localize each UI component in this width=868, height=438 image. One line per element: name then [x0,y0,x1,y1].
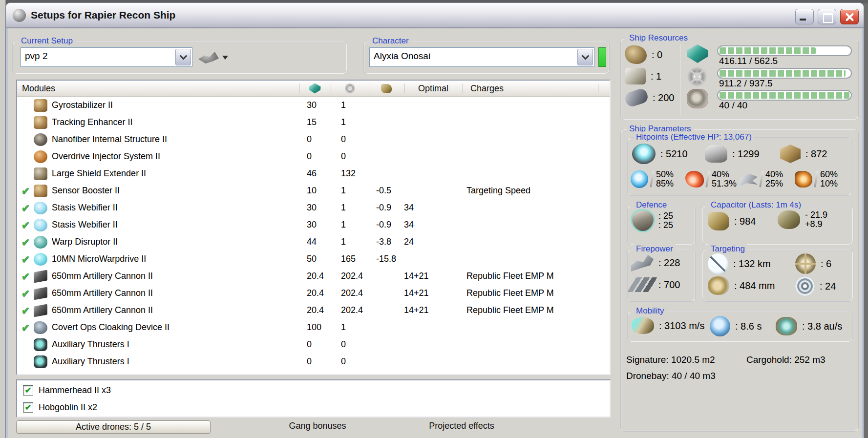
setup-combobox[interactable]: pvp 2 [21,47,192,67]
character-combobox-button[interactable] [577,49,593,65]
scan-resolution: : 484 mm [708,276,775,295]
module-name: 650mm Artillery Cannon II [52,271,153,281]
table-row[interactable]: ✔ 650mm Artillery Cannon II 20.4 202.4 1… [17,285,610,302]
maximize-button[interactable] [818,9,836,24]
table-row[interactable]: Auxiliary Thrusters I 0 0 [17,353,610,370]
module-optimal-value [404,165,463,182]
table-row[interactable]: Overdrive Injector System II 0 0 [17,148,610,165]
module-capacitor-value [369,97,404,114]
armor-hp-value: : 1299 [732,148,760,160]
current-setup-label: Current Setup [19,36,75,46]
sensor-booster-icon [34,185,47,197]
slot-count: : 0 [625,45,662,64]
module-charge-value [463,319,598,336]
module-charge-value [463,199,598,216]
column-powergrid [331,81,369,96]
slot-count-value: : 0 [652,49,662,61]
table-row[interactable]: ✔ Stasis Webifier II 30 1 -0.9 34 [17,216,610,233]
dropdown-arrow-icon [222,56,228,60]
active-check-icon: ✔ [19,305,32,316]
module-capacitor-value: -0.5 [369,182,404,199]
dronebay-icon [687,89,708,108]
max-targets-value: : 6 [821,258,831,270]
calibration-icon [623,87,649,108]
drone-row[interactable]: ✔ Hobgoblin II x2 [17,399,610,416]
module-name: Stasis Webifier II [52,220,118,230]
drone-checkbox[interactable]: ✔ [23,385,33,396]
cloaking-device-icon [34,321,47,334]
resource-bar-value: 416.11 / 562.5 [719,56,778,66]
module-name: Auxiliary Thrusters I [52,356,129,367]
module-powergrid-value: 1 [331,97,369,114]
active-drones-button[interactable]: Active drones: 5 / 5 [16,420,211,434]
table-row[interactable]: Large Shield Extender II 46 132 [17,165,610,182]
table-row[interactable]: ✔ 650mm Artillery Cannon II 20.4 202.4 1… [17,302,610,319]
module-powergrid-value: 0 [331,336,369,353]
table-row[interactable]: ✔ Sensor Booster II 10 1 -0.5 Targeting … [17,182,610,199]
active-check-icon: ✔ [19,219,32,231]
drone-checkbox[interactable]: ✔ [23,402,33,413]
module-name: Nanofiber Internal Structure II [52,134,167,145]
module-cpu-value: 0 [299,353,331,370]
scan-resolution-value: : 484 mm [734,280,775,292]
module-charge-value [463,216,598,233]
capacitor-icon [381,84,392,93]
module-charge-value [463,97,598,114]
targeting-range-icon [708,253,728,274]
module-cpu-value: 44 [299,233,331,250]
projected-effects-button[interactable]: Projected effects [418,421,506,431]
shield-hp-value: : 5210 [660,148,688,160]
powergrid-icon [687,67,707,86]
setup-combobox-button[interactable] [175,49,191,65]
character-combobox-value: Alyxia Onosai [370,48,576,66]
scan-resolution-icon [708,276,729,295]
cpu-icon [309,83,321,94]
titlebar[interactable]: Setups for Rapier Recon Ship [6,3,864,28]
table-row[interactable]: Nanofiber Internal Structure II 0 0 [17,131,610,148]
table-row[interactable]: Gyrostabilizer II 30 1 [17,97,610,114]
auxiliary-thrusters-icon [34,338,47,351]
dps-turret-icon [631,254,654,271]
armor-hp-icon [705,145,727,163]
table-row[interactable]: ✔ 10MN MicroWarpdrive II 50 165 -15.8 [17,250,610,268]
defence-values: : 25 : 25 [632,210,673,231]
nanofiber-icon [34,133,47,146]
column-optimal: Optimal [404,81,463,96]
module-name: Tracking Enhancer II [52,117,132,127]
gang-bonuses-button[interactable]: Gang bonuses [281,421,354,431]
table-row[interactable]: Tracking Enhancer II 15 1 [17,114,610,131]
minimize-button[interactable] [795,9,814,24]
module-optimal-value [404,148,463,165]
auxiliary-thrusters-icon [34,355,47,368]
module-name: 10MN MicroWarpdrive II [52,254,146,264]
dps-value: : 228 [658,257,680,269]
module-cpu-value: 0 [299,336,331,353]
module-capacitor-value: -0.9 [369,216,404,233]
column-cpu [299,81,331,96]
capacitor-recharge: - 21.9 +8.9 [778,210,827,229]
table-row[interactable]: ✔ Stasis Webifier II 30 1 -0.9 34 [17,199,610,216]
resist-top-value: 50% [656,170,674,179]
speed-icon [632,317,654,334]
resist-group: 60% 10% [795,170,838,188]
module-name: Large Shield Extender II [52,168,146,179]
resist-group: 50% 85% [631,170,674,188]
module-optimal-value [404,336,463,353]
align-time-value: : 8.6 s [735,321,762,332]
character-label: Character [370,36,411,46]
module-name: Overdrive Injector System II [52,151,160,162]
character-combobox[interactable]: Alyxia Onosai [369,47,594,67]
em-resist-icon [631,170,648,188]
stasis-webifier-icon [34,202,47,214]
mobility-warp: : 3.8 au/s [776,317,842,335]
drone-row[interactable]: ✔ Hammerhead II x3 [17,382,610,399]
table-row[interactable]: ✔ Covert Ops Cloaking Device II 100 1 [17,319,610,336]
close-button[interactable] [840,9,859,24]
table-row[interactable]: Auxiliary Thrusters I 0 0 [17,336,610,353]
module-optimal-value [404,353,463,370]
ship-menu-button[interactable] [198,49,228,66]
artillery-cannon-icon [34,287,47,300]
table-row[interactable]: ✔ 650mm Artillery Cannon II 20.4 202.4 1… [17,268,610,285]
table-row[interactable]: ✔ Warp Disruptor II 44 1 -3.8 24 [17,233,610,250]
module-name: Stasis Webifier II [52,203,118,213]
